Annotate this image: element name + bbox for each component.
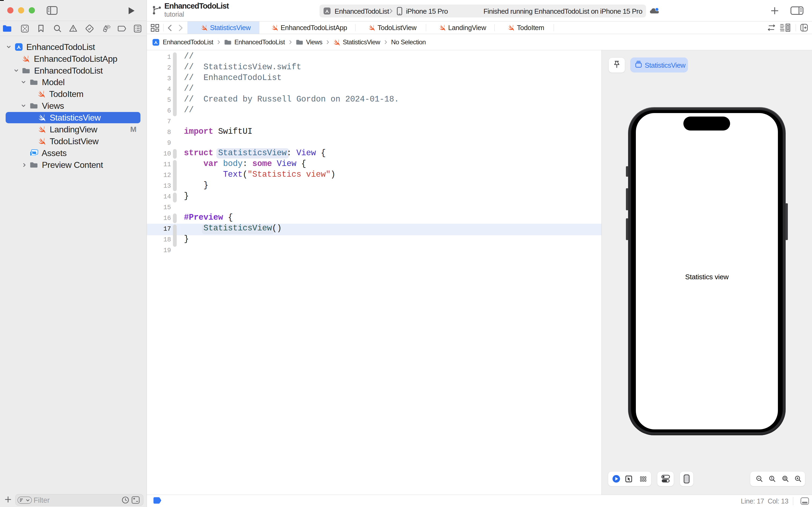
svg-text:1: 1 <box>771 476 773 480</box>
